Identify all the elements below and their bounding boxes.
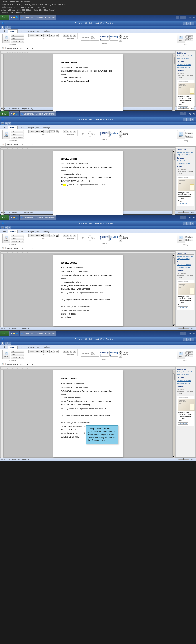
tab-insert-2[interactable]: Insert: [18, 126, 27, 129]
align-left-2[interactable]: ≡: [63, 130, 66, 133]
replace-btn-1[interactable]: Replace: [185, 35, 193, 38]
getting-started-link-4[interactable]: Getting Started Guide: [177, 371, 194, 373]
bold-btn-3[interactable]: B: [50, 234, 53, 237]
select-btn-1[interactable]: Select: [185, 38, 193, 41]
scroll-thumb-4[interactable]: [172, 373, 175, 380]
doc-page-1[interactable]: Java EE Course 1) Servlets and JSP (web …: [53, 54, 123, 115]
style-nospace-2[interactable]: ¶ No Spaci...: [90, 131, 99, 137]
scroll-up-4[interactable]: ▲: [172, 370, 175, 372]
style-h2-3[interactable]: Heading 2: [109, 235, 118, 241]
style-h1-1[interactable]: Heading 1: [100, 35, 109, 40]
align-center-1[interactable]: ≡: [66, 34, 69, 37]
italic-btn-1[interactable]: I: [53, 34, 55, 37]
start-button-2[interactable]: Start: [1, 112, 9, 116]
find-btn-4[interactable]: 🔍 Find: [177, 350, 185, 359]
getting-started-link-2[interactable]: Getting Started Guide: [177, 151, 194, 153]
tab-insert-1[interactable]: Insert: [18, 30, 27, 33]
qa-save-2[interactable]: 💾: [1, 122, 4, 125]
qa-undo-4[interactable]: ↩: [5, 342, 8, 345]
font-size-select-3[interactable]: 11: [44, 234, 50, 237]
cut-btn-4[interactable]: Cut: [11, 350, 24, 353]
zoom-slider-1[interactable]: [178, 108, 189, 109]
learn-more-btn-3[interactable]: Learn more: [178, 306, 188, 309]
change-styles-btn-1[interactable]: ChangeStyles ▼: [122, 36, 128, 39]
copy-btn-2[interactable]: Copy: [11, 133, 24, 136]
fmt-paste-2[interactable]: 📋: [1, 143, 5, 146]
underline-btn-4[interactable]: U: [56, 350, 59, 353]
getting-started-link-3[interactable]: Getting Started Guide: [177, 255, 194, 257]
fmt-underline-4[interactable]: U: [32, 362, 34, 366]
fmt-italic-4[interactable]: I: [29, 362, 31, 366]
italic-btn-2[interactable]: I: [53, 130, 55, 133]
style-normal-1[interactable]: ¶ Normal: [81, 35, 90, 40]
styles-more-3[interactable]: ⊞: [119, 239, 122, 242]
tab-mailings-2[interactable]: Mailings: [41, 126, 52, 129]
italic-btn-3[interactable]: I: [53, 234, 55, 237]
scroll-up-3[interactable]: ▲: [172, 254, 175, 256]
format-painter-btn-2[interactable]: Format Painter: [11, 136, 24, 139]
tab-file-4[interactable]: File: [1, 346, 8, 349]
tab-mailings-3[interactable]: Mailings: [41, 230, 52, 233]
fmt-bold-1[interactable]: B: [26, 46, 29, 50]
styles-scroll-up-4[interactable]: ▲: [119, 350, 122, 352]
qa-save-3[interactable]: 💾: [1, 226, 4, 229]
replace-btn-2[interactable]: Replace: [185, 132, 193, 134]
font-size-select-2[interactable]: 11: [44, 130, 50, 133]
free-templates-link-2[interactable]: Get Free Templates: [177, 160, 194, 162]
change-styles-btn-2[interactable]: ChangeStyles ▼: [122, 132, 128, 136]
tab-home-3[interactable]: Home: [8, 230, 18, 233]
style-normal-3[interactable]: ¶ Normal: [81, 235, 90, 241]
close-btn-1[interactable]: ✕: [191, 22, 194, 25]
tab-file-2[interactable]: File: [1, 126, 8, 129]
minimize-btn-1[interactable]: _: [183, 22, 187, 25]
align-left-1[interactable]: ≡: [63, 34, 66, 37]
replace-btn-4[interactable]: Replace: [185, 352, 193, 354]
help-support-link-2[interactable]: Help and Support: [177, 154, 194, 156]
format-painter-btn-1[interactable]: Format Painter: [11, 40, 24, 43]
style-h2-1[interactable]: Heading 2: [109, 35, 118, 40]
qa-redo-4[interactable]: ↪: [8, 342, 11, 345]
font-name-select-1[interactable]: Calibri (Body): [29, 34, 44, 37]
fmt-paste-1[interactable]: 📋: [1, 46, 5, 50]
replace-btn-3[interactable]: Replace: [185, 236, 193, 238]
bold-btn-2[interactable]: B: [50, 130, 53, 133]
fmt-italic-3[interactable]: I: [29, 246, 31, 250]
qa-redo-1[interactable]: ↪: [8, 26, 11, 29]
maximize-btn-2[interactable]: □: [187, 118, 190, 121]
tab-file-1[interactable]: File: [1, 30, 8, 33]
zoom-slider-2[interactable]: [178, 212, 189, 213]
format-painter-btn-3[interactable]: Format Painter: [11, 240, 24, 243]
cut-btn-2[interactable]: Cut: [11, 130, 24, 133]
minimize-btn-2[interactable]: _: [183, 118, 187, 121]
style-normal-4[interactable]: ¶ Normal: [81, 351, 90, 356]
scroll-down-3[interactable]: ▼: [172, 324, 175, 327]
close-btn-2[interactable]: ✕: [191, 118, 194, 121]
taskbar-word-2[interactable]: W Document1 - Microsoft Word Starter: [20, 112, 57, 116]
fmt-font-2[interactable]: Calibri (Body): [7, 143, 18, 146]
styles-scroll-up-1[interactable]: ▲: [119, 34, 122, 36]
align-center-3[interactable]: ≡: [66, 234, 69, 237]
bold-btn-1[interactable]: B: [50, 34, 53, 37]
taskbar-word-1[interactable]: W Document1 - Microsoft Word Starter: [20, 15, 57, 20]
align-left-4[interactable]: ≡: [63, 350, 66, 353]
styles-scroll-down-3[interactable]: ▼: [119, 237, 122, 239]
free-templates-link-3[interactable]: Get Free Templates: [177, 264, 194, 266]
scroll-thumb-2[interactable]: [172, 154, 175, 160]
bullets-3[interactable]: •≡: [73, 234, 76, 237]
style-nospace-1[interactable]: ¶ No Spaci...: [90, 35, 99, 40]
close-btn-4[interactable]: ✕: [191, 338, 194, 341]
doc-page-4[interactable]: Java EE Course Initial release of the co…: [53, 370, 123, 457]
minimize-btn-3[interactable]: _: [183, 222, 187, 225]
style-h2-2[interactable]: Heading 2: [109, 131, 118, 137]
fmt-underline-3[interactable]: U: [32, 246, 34, 250]
clip-art-link-4[interactable]: Download Clip Art: [177, 382, 194, 384]
fmt-bold-3[interactable]: B: [26, 246, 29, 250]
fmt-para-1[interactable]: ¶: [36, 46, 38, 50]
tab-home-4[interactable]: Home: [8, 346, 18, 349]
scroll-up-2[interactable]: ▲: [172, 150, 175, 152]
find-btn-1[interactable]: 🔍 Find: [177, 34, 185, 43]
style-nospace-3[interactable]: ¶ No Spaci...: [90, 235, 99, 241]
styles-scroll-up-2[interactable]: ▲: [119, 130, 122, 133]
scroll-up-1[interactable]: ▲: [172, 54, 175, 56]
doc-body-1[interactable]: 1) Servlets and JSP (web apps) 2) EJB (E…: [61, 66, 115, 83]
